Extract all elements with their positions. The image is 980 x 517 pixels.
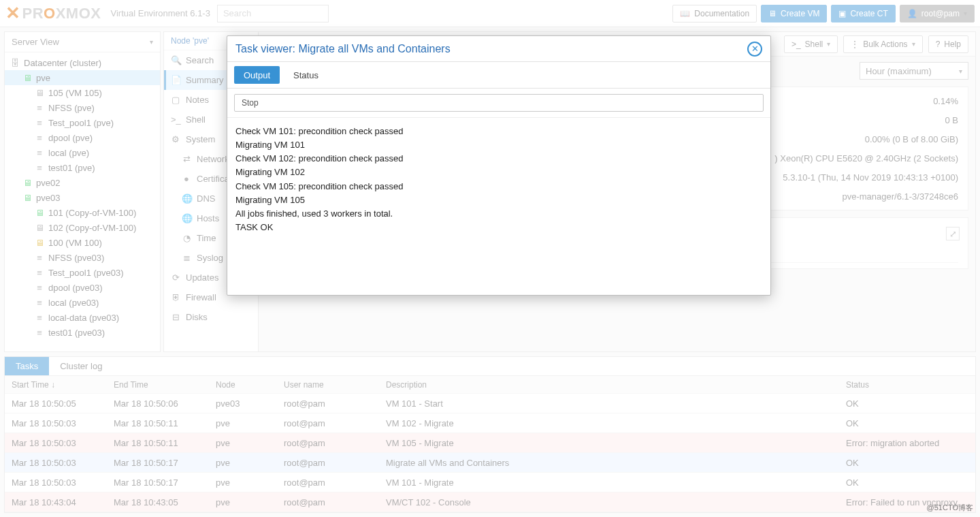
log-line: All jobs finished, used 3 workers in tot…: [235, 207, 762, 221]
log-line: Migrating VM 102: [235, 166, 762, 179]
log-line: Migrating VM 101: [235, 138, 762, 152]
tab-status[interactable]: Status: [284, 66, 328, 84]
log-line: Check VM 102: precondition check passed: [235, 152, 762, 166]
task-viewer-dialog: Task viewer: Migrate all VMs and Contain…: [227, 35, 771, 296]
log-line: Check VM 105: precondition check passed: [235, 180, 762, 193]
task-output-log: Check VM 101: precondition check passedM…: [227, 118, 770, 295]
tab-output[interactable]: Output: [234, 66, 280, 84]
log-line: Migrating VM 105: [235, 193, 762, 207]
dialog-title: Task viewer: Migrate all VMs and Contain…: [235, 43, 451, 55]
log-line: Check VM 101: precondition check passed: [235, 125, 762, 138]
watermark: @51CTO博客: [927, 503, 973, 513]
close-icon: ✕: [751, 44, 759, 54]
dialog-close-button[interactable]: ✕: [747, 42, 762, 57]
stop-task-button[interactable]: Stop: [234, 94, 764, 112]
log-line: TASK OK: [235, 221, 762, 234]
